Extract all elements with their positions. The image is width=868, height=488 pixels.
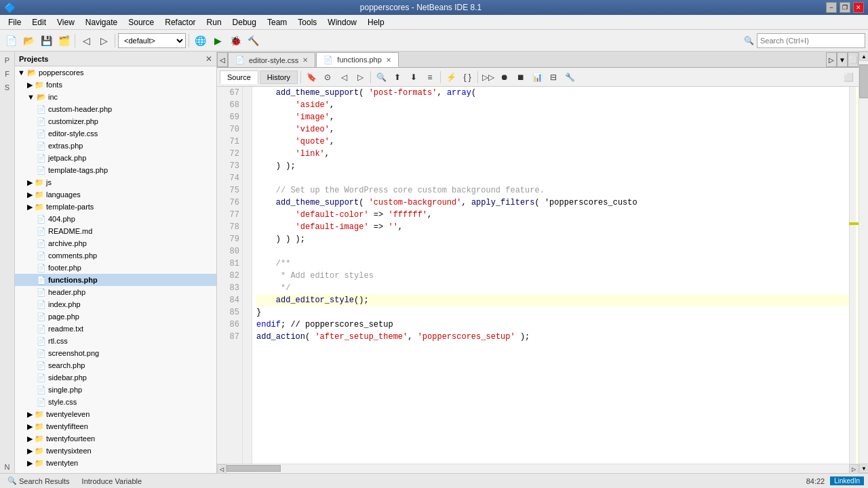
tab-functions-php[interactable]: 📄 functions.php ✕ <box>316 52 398 67</box>
restore-button[interactable]: ❐ <box>840 2 850 13</box>
tree-item[interactable]: ▶ 📁languages <box>15 188 216 201</box>
chart-button[interactable]: 📊 <box>530 70 545 85</box>
tree-item[interactable]: 📄extras.php <box>15 140 216 152</box>
v-scrollbar[interactable]: ▲ ▼ <box>859 52 868 473</box>
global-search-input[interactable] <box>757 33 865 48</box>
tree-item[interactable]: ▶ 📁twentyfifteen <box>15 420 216 432</box>
previous-button[interactable]: ◁ <box>336 70 351 85</box>
format-button[interactable]: { } <box>460 70 475 85</box>
tree-item[interactable]: 📄sidebar.php <box>15 371 216 384</box>
menu-item-navigate[interactable]: Navigate <box>80 16 123 28</box>
introduce-variable-button[interactable]: Introduce Variable <box>79 476 145 487</box>
open-button[interactable]: 📂 <box>20 33 37 49</box>
menu-item-refactor[interactable]: Refactor <box>159 16 201 28</box>
menu-item-debug[interactable]: Debug <box>227 16 262 28</box>
h-scroll-left[interactable]: ◁ <box>217 464 226 474</box>
find-all-button[interactable]: ≡ <box>422 70 437 85</box>
maximize-editor-button[interactable]: ⬜ <box>841 70 856 85</box>
h-scroll-thumb[interactable] <box>226 465 281 472</box>
save-button[interactable]: 💾 <box>38 33 54 49</box>
tree-item[interactable]: 📄functions.php <box>15 274 216 286</box>
browser-button[interactable]: 🌐 <box>192 33 208 49</box>
tab-close-editor-style[interactable]: ✕ <box>302 56 308 64</box>
tree-item[interactable]: ▶ 📁twentyfourteen <box>15 432 216 445</box>
close-button[interactable]: ✕ <box>853 2 864 13</box>
h-scrollbar[interactable]: ◁ ▷ <box>217 464 859 473</box>
code-complete-button[interactable]: ⚡ <box>443 70 458 85</box>
v-scroll-up[interactable]: ▲ <box>859 52 868 61</box>
tree-item[interactable]: 📄readme.txt <box>15 323 216 335</box>
services-icon[interactable]: S <box>1 81 14 94</box>
minimize-button[interactable]: − <box>826 2 837 13</box>
projects-tree[interactable]: ▼ 📂popperscores▶ 📁fonts▼ 📂inc 📄custom-he… <box>15 66 216 473</box>
tree-item[interactable]: ▶ 📁twentyeleven <box>15 408 216 420</box>
tab-editor-style-css[interactable]: 📄 editor-style.css ✕ <box>228 52 315 67</box>
back-button[interactable]: ◁ <box>78 33 94 49</box>
v-scroll-thumb[interactable] <box>859 64 868 98</box>
tree-item[interactable]: 📄custom-header.php <box>15 103 216 115</box>
tools-button[interactable]: 🔧 <box>562 70 577 85</box>
tree-item[interactable]: 📄page.php <box>15 310 216 323</box>
new-file-button[interactable]: 📄 <box>3 33 19 49</box>
tree-item[interactable]: 📄template-tags.php <box>15 164 216 176</box>
menu-item-source[interactable]: Source <box>123 16 159 28</box>
h-scroll-track[interactable] <box>226 464 849 473</box>
tree-item[interactable]: ▼ 📂popperscores <box>15 66 216 79</box>
toggle-breakpoints-button[interactable]: ⊙ <box>320 70 335 85</box>
tab-close-functions[interactable]: ✕ <box>386 56 391 64</box>
tree-item[interactable]: ▶ 📁twentyten <box>15 457 216 469</box>
search-results-button[interactable]: 🔍 Search Results <box>4 475 73 487</box>
run-button[interactable]: ▶ <box>210 33 226 49</box>
v-scroll-track[interactable] <box>859 61 868 464</box>
find-prev-button[interactable]: ⬆ <box>390 70 405 85</box>
find-next-button[interactable]: ⬇ <box>406 70 421 85</box>
next-button[interactable]: ▷ <box>353 70 368 85</box>
menu-item-team[interactable]: Team <box>262 16 292 28</box>
tree-item[interactable]: ▶ 📁twentysixteen <box>15 445 216 457</box>
save-all-button[interactable]: 🗂️ <box>56 33 72 49</box>
tree-item[interactable]: 📄style.css <box>15 396 216 408</box>
tree-item[interactable]: 📄index.php <box>15 298 216 310</box>
code-content[interactable]: add_theme_support( 'post-formats', array… <box>252 87 849 464</box>
tree-item[interactable]: 📄comments.php <box>15 249 216 262</box>
h-scroll-right[interactable]: ▷ <box>849 464 859 474</box>
tree-item[interactable]: 📄screenshot.png <box>15 347 216 359</box>
tab-maximize-button[interactable]: ⬜ <box>848 52 859 67</box>
config-dropdown[interactable]: <default> <box>118 33 186 48</box>
tree-item[interactable]: 📄header.php <box>15 286 216 298</box>
source-tab[interactable]: Source <box>220 70 258 84</box>
menu-item-window[interactable]: Window <box>322 16 362 28</box>
projects-close-button[interactable]: ✕ <box>205 54 212 64</box>
tree-item[interactable]: ▼ 📂inc <box>15 91 216 103</box>
menu-item-view[interactable]: View <box>52 16 80 28</box>
toggle-bookmarks-button[interactable]: 🔖 <box>304 70 319 85</box>
tab-scroll-right[interactable]: ▷ <box>826 52 837 67</box>
tree-item[interactable]: ▶ 📁fonts <box>15 79 216 91</box>
navigator-icon[interactable]: N <box>1 461 14 473</box>
tree-item[interactable]: 📄jetpack.php <box>15 152 216 164</box>
menu-item-help[interactable]: Help <box>362 16 390 28</box>
v-scroll-down[interactable]: ▼ <box>859 464 868 473</box>
tree-item[interactable]: ▶ 📁js <box>15 176 216 188</box>
projects-icon[interactable]: P <box>1 54 14 66</box>
tree-item[interactable]: 📄README.md <box>15 225 216 237</box>
tree-item[interactable]: 📄404.php <box>15 213 216 225</box>
tree-item[interactable]: 📄archive.php <box>15 237 216 249</box>
build-button[interactable]: 🔨 <box>245 33 261 49</box>
debug-button[interactable]: 🐞 <box>227 33 243 49</box>
tree-item[interactable]: 📄editor-style.css <box>15 127 216 140</box>
tree-item[interactable]: 📄footer.php <box>15 262 216 274</box>
menu-item-file[interactable]: File <box>3 16 26 28</box>
tree-item[interactable]: 📄single.php <box>15 384 216 396</box>
files-icon[interactable]: F <box>1 68 14 80</box>
menu-item-tools[interactable]: Tools <box>292 16 322 28</box>
run-macro-button[interactable]: ▷▷ <box>481 70 496 85</box>
tab-menu-button[interactable]: ▼ <box>837 52 848 67</box>
tree-item[interactable]: 📄search.php <box>15 359 216 371</box>
diff-button[interactable]: ⊟ <box>546 70 561 85</box>
stop-macro-button[interactable]: ⏹ <box>513 70 528 85</box>
history-tab[interactable]: History <box>260 70 298 84</box>
tree-item[interactable]: 📄rtl.css <box>15 335 216 347</box>
tab-scroll-left[interactable]: ◁ <box>217 52 228 67</box>
tree-item[interactable]: ▶ 📁template-parts <box>15 201 216 213</box>
